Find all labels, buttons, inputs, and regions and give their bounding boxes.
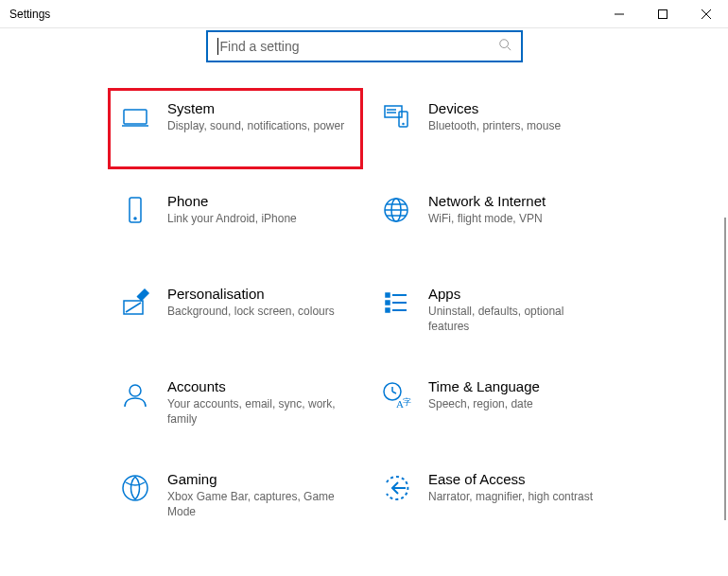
category-ease-of-access[interactable]: Ease of Access Narrator, magnifier, high… (381, 471, 608, 528)
category-desc: Xbox Game Bar, captures, Game Mode (167, 489, 347, 519)
content-area: System Display, sound, notifications, po… (0, 28, 728, 528)
category-text: System Display, sound, notifications, po… (167, 100, 347, 133)
minimize-button[interactable] (598, 0, 641, 28)
category-text: Phone Link your Android, iPhone (167, 193, 347, 226)
titlebar: Settings (0, 0, 728, 28)
category-title: Personalisation (167, 286, 347, 302)
category-desc: Display, sound, notifications, power (167, 118, 347, 133)
category-title: Ease of Access (428, 471, 608, 487)
window-controls (598, 0, 728, 28)
category-desc: Background, lock screen, colours (167, 304, 347, 319)
category-title: Network & Internet (428, 193, 608, 209)
svg-point-14 (134, 218, 136, 219)
category-desc: Link your Android, iPhone (167, 211, 347, 226)
category-title: Devices (428, 100, 608, 116)
category-accounts[interactable]: Accounts Your accounts, email, sync, wor… (120, 378, 347, 435)
category-time-language[interactable]: A 字 Time & Language Speech, region, date (381, 378, 608, 435)
window-title: Settings (9, 8, 50, 21)
category-desc: WiFi, flight mode, VPN (428, 211, 608, 226)
category-text: Gaming Xbox Game Bar, captures, Game Mod… (167, 471, 347, 519)
system-icon (120, 102, 150, 132)
devices-icon (381, 102, 411, 132)
svg-line-5 (507, 47, 511, 51)
category-title: Apps (428, 286, 608, 302)
maximize-button[interactable] (641, 0, 685, 28)
category-title: Phone (167, 193, 347, 209)
svg-line-30 (392, 392, 396, 393)
paint-icon (120, 288, 150, 318)
svg-point-27 (130, 385, 141, 396)
search-box[interactable] (206, 30, 523, 62)
category-desc: Bluetooth, printers, mouse (428, 118, 608, 133)
category-text: Accounts Your accounts, email, sync, wor… (167, 378, 347, 427)
category-title: Gaming (167, 471, 347, 487)
svg-rect-25 (386, 308, 390, 312)
svg-point-10 (403, 124, 404, 125)
close-button[interactable] (685, 0, 728, 28)
category-title: Accounts (167, 378, 347, 394)
category-desc: Your accounts, email, sync, work, family (167, 396, 347, 427)
svg-rect-1 (659, 9, 667, 18)
scrollbar-thumb[interactable] (724, 218, 726, 520)
category-network[interactable]: Network & Internet WiFi, flight mode, VP… (381, 193, 608, 250)
category-system[interactable]: System Display, sound, notifications, po… (108, 88, 363, 169)
category-text: Devices Bluetooth, printers, mouse (428, 100, 608, 133)
search-input[interactable] (217, 38, 498, 55)
time-language-icon: A 字 (381, 380, 411, 410)
category-title: System (167, 100, 347, 116)
category-text: Network & Internet WiFi, flight mode, VP… (428, 193, 608, 226)
category-apps[interactable]: Apps Uninstall, defaults, optional featu… (381, 286, 608, 342)
category-title: Time & Language (428, 378, 608, 394)
category-personalisation[interactable]: Personalisation Background, lock screen,… (120, 286, 347, 342)
categories-grid: System Display, sound, notifications, po… (0, 100, 728, 528)
category-desc: Uninstall, defaults, optional features (428, 304, 608, 334)
category-text: Apps Uninstall, defaults, optional featu… (428, 286, 608, 334)
person-icon (120, 380, 150, 410)
svg-point-33 (123, 476, 147, 500)
category-text: Ease of Access Narrator, magnifier, high… (428, 471, 608, 504)
search-icon (498, 38, 511, 55)
svg-text:字: 字 (403, 397, 411, 407)
category-text: Personalisation Background, lock screen,… (167, 286, 347, 319)
globe-icon (381, 195, 411, 225)
category-phone[interactable]: Phone Link your Android, iPhone (120, 193, 347, 250)
category-desc: Narrator, magnifier, high contrast (428, 489, 608, 504)
category-desc: Speech, region, date (428, 396, 608, 411)
category-gaming[interactable]: Gaming Xbox Game Bar, captures, Game Mod… (120, 471, 347, 528)
apps-icon (381, 288, 411, 318)
ease-of-access-icon (381, 473, 411, 503)
phone-icon (120, 195, 150, 225)
gaming-icon (120, 473, 150, 503)
svg-rect-6 (124, 110, 147, 124)
category-devices[interactable]: Devices Bluetooth, printers, mouse (381, 100, 608, 157)
category-text: Time & Language Speech, region, date (428, 378, 608, 411)
svg-point-4 (499, 40, 508, 48)
svg-rect-23 (386, 301, 390, 305)
svg-rect-21 (386, 293, 390, 297)
